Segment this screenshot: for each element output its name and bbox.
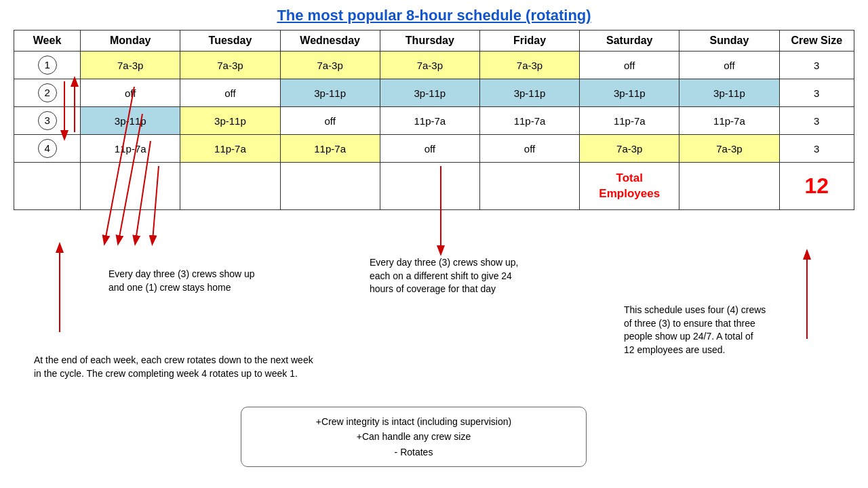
schedule-cell-off: off	[81, 79, 180, 107]
total-employees-value: 12	[779, 163, 854, 210]
schedule-cell: 3p-11p	[280, 79, 380, 107]
header-crew-size: Crew Size	[779, 30, 854, 52]
schedule-cell: 3p-11p	[180, 107, 280, 135]
schedule-cell: 3p-11p	[81, 107, 180, 135]
schedule-cell: 11p-7a	[180, 135, 280, 163]
schedule-cell: 7a-3p	[580, 135, 679, 163]
schedule-cell-off: off	[380, 135, 479, 163]
schedule-cell: 3p-11p	[580, 79, 679, 107]
crew-size-cell: 3	[779, 79, 854, 107]
schedule-cell: 7a-3p	[280, 52, 380, 79]
schedule-cell-off: off	[679, 52, 779, 79]
schedule-cell: 3p-11p	[679, 79, 779, 107]
schedule-cell: 3p-11p	[380, 79, 479, 107]
week-cell: 4	[14, 135, 81, 163]
crew-size-cell: 3	[779, 107, 854, 135]
table-row: 4 11p-7a 11p-7a 11p-7a off off 7a-3p 7a-…	[14, 135, 854, 163]
schedule-cell: 11p-7a	[479, 107, 579, 135]
schedule-table: Week Monday Tuesday Wednesday Thursday F…	[14, 30, 854, 210]
annotation-crews-home: Every day three (3) crews show upand one…	[108, 268, 255, 294]
schedule-cell: 7a-3p	[380, 52, 479, 79]
schedule-cell: 7a-3p	[180, 52, 280, 79]
table-row: 3 3p-11p 3p-11p off 11p-7a 11p-7a 11p-7a…	[14, 107, 854, 135]
schedule-cell: 11p-7a	[580, 107, 679, 135]
page-title: The most popular 8-hour schedule (rotati…	[14, 7, 854, 24]
schedule-cell: 11p-7a	[81, 135, 180, 163]
table-row-empty: TotalEmployees 12	[14, 163, 854, 210]
schedule-cell: 7a-3p	[81, 52, 180, 79]
header-tuesday: Tuesday	[180, 30, 280, 52]
header-week: Week	[14, 30, 81, 52]
crew-size-cell: 3	[779, 135, 854, 163]
crew-size-cell: 3	[779, 52, 854, 79]
schedule-cell: 3p-11p	[479, 79, 579, 107]
header-sunday: Sunday	[679, 30, 779, 52]
schedule-cell: 11p-7a	[280, 135, 380, 163]
schedule-cell: 11p-7a	[380, 107, 479, 135]
schedule-cell: 11p-7a	[679, 107, 779, 135]
week-cell: 1	[14, 52, 81, 79]
header-saturday: Saturday	[580, 30, 679, 52]
info-box: +Crew integrity is intact (including sup…	[241, 407, 587, 467]
header-thursday: Thursday	[380, 30, 479, 52]
annotation-total-info: This schedule uses four (4) crews of thr…	[624, 304, 766, 357]
table-row: 2 off off 3p-11p 3p-11p 3p-11p 3p-11p 3p…	[14, 79, 854, 107]
week-cell: 2	[14, 79, 81, 107]
schedule-cell: 7a-3p	[679, 135, 779, 163]
schedule-cell-off: off	[580, 52, 679, 79]
total-employees-label: TotalEmployees	[580, 163, 679, 210]
week-cell: 3	[14, 107, 81, 135]
schedule-cell-off: off	[479, 135, 579, 163]
annotation-rotation: At the end of each week, each crew rotat…	[34, 354, 313, 380]
header-friday: Friday	[479, 30, 579, 52]
schedule-cell-off: off	[280, 107, 380, 135]
table-row: 1 7a-3p 7a-3p 7a-3p 7a-3p 7a-3p off off …	[14, 52, 854, 79]
header-monday: Monday	[81, 30, 180, 52]
annotation-crews-shift: Every day three (3) crews show up,each o…	[370, 256, 518, 296]
schedule-cell: 7a-3p	[479, 52, 579, 79]
header-wednesday: Wednesday	[280, 30, 380, 52]
schedule-cell-off: off	[180, 79, 280, 107]
